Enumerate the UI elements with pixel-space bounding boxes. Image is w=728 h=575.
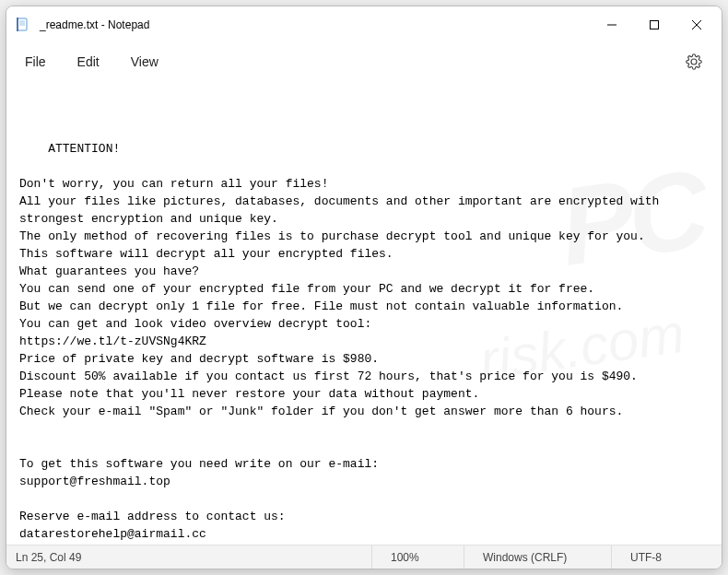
- menubar: File Edit View: [6, 43, 722, 80]
- menu-file[interactable]: File: [12, 49, 59, 75]
- menu-view[interactable]: View: [118, 49, 171, 75]
- window-controls: [591, 6, 718, 43]
- text-area[interactable]: PC risk.com ATTENTION! Don't worry, you …: [6, 80, 722, 545]
- menu-edit[interactable]: Edit: [65, 49, 112, 75]
- status-position: Ln 25, Col 49: [6, 551, 371, 564]
- titlebar: _readme.txt - Notepad: [6, 6, 722, 43]
- status-line-ending: Windows (CRLF): [464, 546, 611, 569]
- document-text: ATTENTION! Don't worry, you can return a…: [19, 142, 666, 545]
- maximize-button[interactable]: [633, 6, 675, 43]
- svg-rect-4: [17, 18, 18, 31]
- close-button[interactable]: [675, 6, 718, 43]
- settings-button[interactable]: [677, 45, 710, 78]
- status-encoding: UTF-8: [611, 546, 722, 569]
- watermark-sub: risk.com: [478, 324, 685, 370]
- gear-icon: [686, 53, 702, 70]
- svg-rect-6: [651, 21, 659, 29]
- minimize-button[interactable]: [591, 6, 633, 43]
- notepad-icon: [16, 18, 30, 32]
- notepad-window: _readme.txt - Notepad File Edit View PC: [6, 6, 722, 569]
- window-title: _readme.txt - Notepad: [40, 18, 591, 31]
- statusbar: Ln 25, Col 49 100% Windows (CRLF) UTF-8: [6, 545, 722, 569]
- status-zoom: 100%: [371, 546, 464, 569]
